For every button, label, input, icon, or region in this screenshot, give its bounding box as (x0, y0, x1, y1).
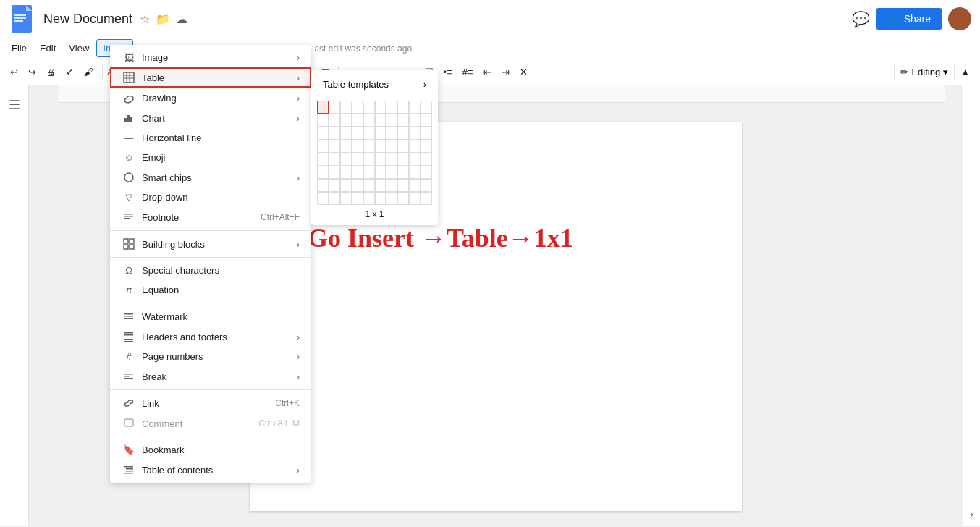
insert-image-item[interactable]: 🖼 Image › (110, 48, 311, 67)
table-grid-cell[interactable] (386, 114, 397, 127)
table-grid-cell[interactable] (352, 101, 363, 114)
table-grid-cell[interactable] (375, 140, 386, 153)
collapse-toolbar-button[interactable]: ▲ (956, 64, 974, 80)
table-grid-cell[interactable] (352, 140, 363, 153)
indent-decrease-button[interactable]: ⇤ (479, 64, 496, 80)
insert-watermark-item[interactable]: Watermark (110, 306, 311, 326)
table-grid-cell[interactable] (329, 114, 340, 127)
table-grid-cell[interactable] (409, 166, 421, 179)
share-button[interactable]: 👤 Share (876, 8, 942, 30)
table-grid-cell[interactable] (329, 101, 340, 114)
cloud-icon[interactable]: ☁ (176, 12, 187, 26)
table-grid[interactable] (317, 101, 432, 205)
table-grid-cell[interactable] (409, 114, 421, 127)
insert-table-item[interactable]: Table › (110, 67, 311, 88)
table-grid-cell[interactable] (421, 114, 432, 127)
table-grid-cell[interactable] (421, 101, 432, 114)
table-templates-item[interactable]: Table templates › (317, 76, 432, 96)
table-grid-cell[interactable] (363, 166, 375, 179)
table-grid-cell[interactable] (363, 127, 375, 140)
table-grid-cell[interactable] (386, 101, 397, 114)
print-button[interactable]: 🖨 (42, 64, 60, 80)
table-grid-cell[interactable] (340, 140, 352, 153)
table-grid-cell[interactable] (397, 192, 409, 205)
table-grid-cell[interactable] (386, 140, 397, 153)
insert-page-numbers-item[interactable]: # Page numbers › (110, 347, 311, 366)
table-grid-cell[interactable] (386, 153, 397, 166)
table-grid-cell[interactable] (340, 179, 352, 192)
last-edit-text[interactable]: Last edit was seconds ago (310, 43, 412, 54)
table-grid-cell[interactable] (317, 153, 329, 166)
table-grid-cell[interactable] (363, 179, 375, 192)
table-grid-cell[interactable] (363, 114, 375, 127)
table-grid-cell[interactable] (329, 127, 340, 140)
spellcheck-button[interactable]: ✓ (62, 64, 78, 80)
table-grid-cell[interactable] (409, 192, 421, 205)
insert-building-blocks-item[interactable]: Building blocks › (110, 234, 311, 254)
insert-equation-item[interactable]: π Equation (110, 280, 311, 300)
insert-smart-chips-item[interactable]: Smart chips › (110, 167, 311, 187)
insert-link-item[interactable]: Link Ctrl+K (110, 393, 311, 413)
insert-comment-item[interactable]: Comment Ctrl+Alt+M (110, 413, 311, 434)
table-grid-cell[interactable] (317, 140, 329, 153)
table-grid-cell[interactable] (421, 179, 432, 192)
table-grid-cell[interactable] (317, 114, 329, 127)
table-grid-cell[interactable] (340, 166, 352, 179)
table-grid-cell[interactable] (386, 192, 397, 205)
chat-icon[interactable]: 💬 (852, 10, 870, 28)
table-grid-cell[interactable] (363, 140, 375, 153)
table-grid-cell[interactable] (329, 153, 340, 166)
undo-button[interactable]: ↩ (6, 64, 22, 80)
insert-break-item[interactable]: Break › (110, 366, 311, 387)
table-grid-cell[interactable] (375, 127, 386, 140)
avatar[interactable] (948, 7, 971, 30)
indent-increase-button[interactable]: ⇥ (497, 64, 514, 80)
insert-footnote-item[interactable]: Footnote Ctrl+Alt+F (110, 207, 311, 227)
paint-format-button[interactable]: 🖌 (80, 64, 98, 80)
table-grid-cell[interactable] (317, 101, 329, 114)
table-grid-cell[interactable] (386, 179, 397, 192)
table-grid-cell[interactable] (421, 192, 432, 205)
insert-horizontal-line-item[interactable]: — Horizontal line (110, 128, 311, 148)
table-grid-cell[interactable] (375, 153, 386, 166)
table-grid-cell[interactable] (317, 166, 329, 179)
table-grid-cell[interactable] (397, 179, 409, 192)
table-grid-cell[interactable] (397, 127, 409, 140)
insert-chart-item[interactable]: Chart › (110, 108, 311, 128)
table-grid-cell[interactable] (397, 153, 409, 166)
table-grid-cell[interactable] (329, 166, 340, 179)
insert-drawing-item[interactable]: Drawing › (110, 88, 311, 108)
table-grid-cell[interactable] (329, 140, 340, 153)
table-grid-cell[interactable] (329, 192, 340, 205)
table-grid-cell[interactable] (352, 127, 363, 140)
table-grid-cell[interactable] (317, 192, 329, 205)
table-grid-cell[interactable] (363, 153, 375, 166)
table-grid-cell[interactable] (329, 179, 340, 192)
table-grid-cell[interactable] (352, 179, 363, 192)
menu-edit[interactable]: Edit (34, 40, 62, 56)
table-grid-cell[interactable] (409, 153, 421, 166)
table-grid-cell[interactable] (397, 114, 409, 127)
document-title[interactable]: New Document (43, 12, 132, 27)
table-grid-cell[interactable] (340, 153, 352, 166)
table-grid-cell[interactable] (340, 114, 352, 127)
table-grid-cell[interactable] (317, 127, 329, 140)
table-grid-cell[interactable] (409, 179, 421, 192)
table-grid-cell[interactable] (375, 101, 386, 114)
table-grid-cell[interactable] (340, 101, 352, 114)
insert-emoji-item[interactable]: ☺ Emoji (110, 148, 311, 167)
table-grid-cell[interactable] (352, 114, 363, 127)
collapse-right-icon[interactable]: › (970, 508, 973, 520)
table-grid-cell[interactable] (421, 140, 432, 153)
table-grid-cell[interactable] (409, 101, 421, 114)
table-grid-cell[interactable] (375, 192, 386, 205)
table-grid-cell[interactable] (317, 179, 329, 192)
table-grid-cell[interactable] (397, 166, 409, 179)
table-grid-cell[interactable] (352, 166, 363, 179)
table-grid-cell[interactable] (397, 101, 409, 114)
table-grid-cell[interactable] (375, 114, 386, 127)
table-grid-cell[interactable] (421, 127, 432, 140)
insert-special-chars-item[interactable]: Ω Special characters (110, 261, 311, 280)
table-grid-cell[interactable] (409, 140, 421, 153)
redo-button[interactable]: ↪ (24, 64, 41, 80)
